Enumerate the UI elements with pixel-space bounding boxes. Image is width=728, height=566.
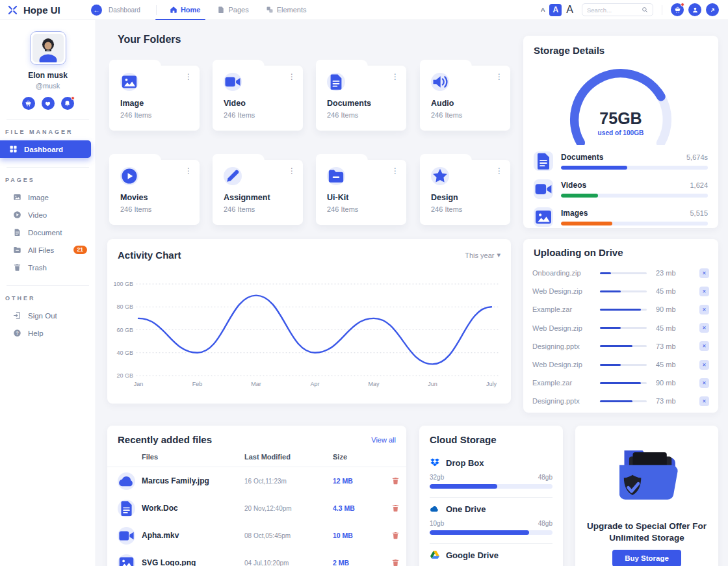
close-icon[interactable]: ✕ xyxy=(699,396,709,406)
file-size: 12 MB xyxy=(333,477,391,485)
audio-icon xyxy=(431,73,449,91)
expand-icon xyxy=(709,6,716,14)
font-size-medium-button[interactable]: A xyxy=(549,4,562,16)
storage-row-images: Images5,515 xyxy=(534,207,708,227)
folder-item-count: 246 Items xyxy=(327,205,358,213)
cart-button[interactable] xyxy=(22,97,35,110)
search-box xyxy=(582,3,653,16)
folder-card-assignment[interactable]: ⋮ Assignment 246 Items xyxy=(213,160,303,225)
column-size: Size xyxy=(333,453,391,461)
progress-fill xyxy=(561,194,598,198)
nav-pages[interactable]: Pages xyxy=(217,0,248,19)
folder-card-video[interactable]: ⋮ Video 246 Items xyxy=(213,66,303,131)
sidebar-item-video[interactable]: Video xyxy=(0,206,96,224)
folder-card-design[interactable]: ⋮ Design 246 Items xyxy=(420,160,510,225)
kebab-menu-icon[interactable]: ⋮ xyxy=(495,167,503,175)
kebab-menu-icon[interactable]: ⋮ xyxy=(185,73,192,81)
trash-icon[interactable] xyxy=(391,531,400,540)
upload-file-size: 73 mb xyxy=(656,342,684,350)
expand-button[interactable] xyxy=(706,3,719,16)
image-icon xyxy=(120,73,138,91)
close-icon[interactable]: ✕ xyxy=(699,378,709,388)
upload-row: Web Design.zip45 mb✕ xyxy=(523,282,718,300)
sidebar-item-dashboard[interactable]: Dashboard xyxy=(0,140,91,158)
cart-icon xyxy=(25,100,32,107)
kebab-menu-icon[interactable]: ⋮ xyxy=(391,167,399,175)
table-row[interactable]: SVG Logo.png 04 Jul,10:20pm 2 MB xyxy=(107,549,406,566)
close-icon[interactable]: ✕ xyxy=(699,323,709,333)
folders-title: Your Folders xyxy=(118,34,181,45)
notification-dot xyxy=(681,3,684,6)
folder-item-count: 246 Items xyxy=(431,205,462,213)
video-icon xyxy=(224,73,242,91)
service-total: 48gb xyxy=(538,474,552,481)
sidebar-item-label: Dashboard xyxy=(24,146,63,153)
user-button[interactable] xyxy=(688,3,701,16)
nav-elements[interactable]: Elements xyxy=(266,0,307,19)
notifications-button[interactable] xyxy=(61,97,74,110)
sidebar-item-document[interactable]: Document xyxy=(0,224,96,241)
close-icon[interactable]: ✕ xyxy=(699,268,709,278)
folder-name: Audio xyxy=(431,99,454,108)
sidebar-item-help[interactable]: ? Help xyxy=(0,324,96,342)
upload-file-name: Web Design.zip xyxy=(532,361,600,368)
kebab-menu-icon[interactable]: ⋮ xyxy=(288,73,296,81)
upload-file-size: 90 mb xyxy=(656,305,684,313)
nav-home[interactable]: Home xyxy=(170,0,201,19)
like-button[interactable] xyxy=(42,97,55,110)
font-size-small-button[interactable]: A xyxy=(541,6,545,13)
brand: Hope UI xyxy=(0,5,91,16)
pencil-icon xyxy=(224,167,242,185)
svg-text:60 GB: 60 GB xyxy=(116,327,133,333)
table-header: Files Last Modified Size xyxy=(107,453,406,461)
gauge-caption: used of 100GB xyxy=(598,129,644,136)
upgrade-text: Upgrade to Special Offer For Unlimited S… xyxy=(582,521,711,543)
table-row[interactable]: Apha.mkv 08 Oct,05:45pm 10 MB xyxy=(107,522,406,549)
star-icon xyxy=(431,167,449,185)
kebab-menu-icon[interactable]: ⋮ xyxy=(495,73,503,81)
progress-fill xyxy=(600,272,611,274)
kebab-menu-icon[interactable]: ⋮ xyxy=(185,167,192,175)
buy-storage-button[interactable]: Buy Storage xyxy=(612,550,681,566)
close-icon[interactable]: ✕ xyxy=(699,360,709,370)
service-name: Google Drive xyxy=(446,550,499,560)
sidebar-item-image[interactable]: Image xyxy=(0,188,96,206)
sidebar-item-all-files[interactable]: All Files 21 xyxy=(0,241,96,259)
search-input[interactable] xyxy=(587,6,642,14)
progress-track xyxy=(600,382,647,384)
dashboard-icon xyxy=(9,145,18,153)
help-icon: ? xyxy=(13,329,21,337)
storage-label: Videos xyxy=(561,181,586,190)
kebab-menu-icon[interactable]: ⋮ xyxy=(288,167,296,175)
trash-icon[interactable] xyxy=(391,504,400,513)
trash-icon[interactable] xyxy=(391,476,400,485)
upload-row: Web Design.zip45 mb✕ xyxy=(523,355,718,374)
svg-text:Apr: Apr xyxy=(310,381,319,387)
kebab-menu-icon[interactable]: ⋮ xyxy=(391,73,399,81)
close-icon[interactable]: ✕ xyxy=(699,341,709,351)
column-files: Files xyxy=(142,453,244,461)
folder-card-documents[interactable]: ⋮ Documents 246 Items xyxy=(316,66,406,131)
view-all-link[interactable]: View all xyxy=(371,436,396,444)
close-icon[interactable]: ✕ xyxy=(699,305,709,315)
trash-icon[interactable] xyxy=(391,558,400,566)
folder-card-movies[interactable]: ⋮ Movies 246 Items xyxy=(109,160,200,225)
back-button[interactable]: ← xyxy=(91,5,102,16)
nav-elements-label: Elements xyxy=(277,6,307,14)
google-drive-icon xyxy=(430,550,440,560)
table-row[interactable]: Marcus Family.jpg 16 Oct,11:23m 12 MB xyxy=(107,467,406,495)
folder-card-image[interactable]: ⋮ Image 246 Items xyxy=(109,66,200,131)
folder-card-audio[interactable]: ⋮ Audio 246 Items xyxy=(420,66,510,131)
storage-breakdown-list: Documents5,674s Videos1,624 Images5,515 xyxy=(534,151,708,235)
progress-track xyxy=(600,345,647,347)
sidebar-item-trash[interactable]: Trash xyxy=(0,259,96,276)
storage-gauge: 75GB used of 100GB xyxy=(552,62,690,145)
progress-fill xyxy=(600,327,621,329)
folder-card-uikit[interactable]: ⋮ Ui-Kit 246 Items xyxy=(316,160,406,225)
close-icon[interactable]: ✕ xyxy=(699,287,709,296)
table-row[interactable]: Work.Doc 20 Nov,12:40pm 4.3 MB xyxy=(107,495,406,522)
folder-illustration xyxy=(598,435,696,517)
sidebar-item-sign-out[interactable]: Sign Out xyxy=(0,307,96,324)
cart-button[interactable] xyxy=(671,3,684,16)
font-size-large-button[interactable]: A xyxy=(566,4,573,16)
